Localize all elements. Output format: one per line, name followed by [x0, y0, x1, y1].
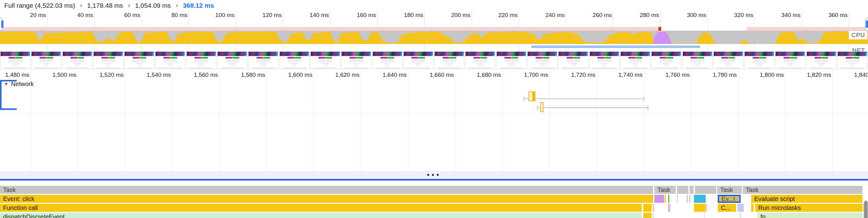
cpu-activity-chart[interactable]	[0, 31, 868, 44]
network-track-header[interactable]: ▼ Network	[4, 81, 34, 88]
evaluate-script-bar[interactable]: Evaluate script	[751, 195, 862, 203]
whisker-end-cap	[644, 96, 644, 101]
flame-segment[interactable]	[677, 195, 678, 203]
panel-splitter[interactable]: •••	[0, 171, 868, 179]
flame-segment[interactable]	[738, 204, 744, 212]
dispatch-discrete-event-bar[interactable]: dispatchDiscreteEvent	[0, 213, 642, 218]
filmstrip-thumbnail[interactable]	[403, 51, 433, 69]
flame-segment[interactable]	[653, 213, 654, 218]
function-call-bar[interactable]: Function call	[0, 204, 642, 212]
ruler-tick-label: 1,480 ms	[0, 71, 29, 79]
filmstrip-thumbnail[interactable]	[651, 51, 681, 69]
flame-segment[interactable]	[740, 213, 741, 218]
compile-bar[interactable]: C...	[718, 204, 736, 212]
filmstrip-thumbnail[interactable]	[310, 51, 340, 69]
filmstrip-thumbnail[interactable]	[683, 51, 713, 69]
filmstrip-thumbnail[interactable]	[341, 51, 371, 69]
thumbnail-footer-block	[779, 67, 802, 69]
thumbnail-text-line	[229, 63, 236, 64]
purple-event-bar[interactable]	[654, 195, 664, 203]
flame-segment[interactable]	[643, 213, 652, 218]
task-bar[interactable]: Task	[654, 186, 676, 194]
filmstrip-thumbnail[interactable]	[589, 51, 619, 69]
thumbnail-cell-green	[418, 57, 425, 58]
thumbnail-cell-magenta	[194, 57, 201, 58]
filmstrip-thumbnail[interactable]	[775, 51, 805, 69]
flame-segment[interactable]	[687, 195, 687, 203]
flame-segment[interactable]	[751, 204, 754, 212]
thumbnail-table-row	[9, 59, 22, 60]
flame-segment[interactable]	[643, 204, 652, 212]
filmstrip-thumbnail[interactable]	[806, 51, 836, 69]
filmstrip-thumbnail[interactable]	[744, 51, 774, 69]
filmstrip-thumbnail[interactable]	[279, 51, 309, 69]
task-bar[interactable]: Task	[743, 186, 862, 194]
flame-segment[interactable]	[690, 195, 690, 203]
filmstrip-thumbnail[interactable]	[93, 51, 123, 69]
cyan-event-bar[interactable]	[694, 195, 706, 203]
flame-segment[interactable]	[704, 213, 705, 218]
filmstrip-thumbnail[interactable]	[713, 51, 743, 69]
breadcrumb-item[interactable]: Full range (4,522.03 ms)	[4, 2, 75, 9]
task-bar[interactable]	[677, 186, 688, 194]
thumbnail-table-row	[784, 61, 797, 62]
filmstrip-thumbnail[interactable]	[217, 51, 247, 69]
breadcrumb-item[interactable]: 1,054.09 ms	[135, 2, 171, 9]
thumbnail-cell-magenta	[70, 57, 77, 58]
thumbnail-text-line	[601, 63, 608, 64]
filmstrip-thumbnail[interactable]	[465, 51, 495, 69]
ruler-tick-label: 140 ms	[283, 11, 329, 19]
filmstrip-thumbnail[interactable]	[248, 51, 278, 69]
scrollbar[interactable]	[864, 186, 868, 218]
ruler-tick-label: 1,580 ms	[219, 71, 265, 79]
filmstrip-thumbnail[interactable]	[434, 51, 464, 69]
thumbnail-cell-green	[480, 57, 487, 58]
flame-segment[interactable]	[653, 204, 654, 212]
thumbnail-cell-green	[512, 57, 518, 58]
task-bar[interactable]	[690, 186, 694, 194]
filmstrip-thumbnail[interactable]	[155, 51, 185, 69]
thumbnail-text-line	[416, 65, 421, 66]
filmstrip-thumbnail[interactable]	[837, 51, 867, 69]
thumbnail-hero-image	[559, 52, 588, 56]
filmstrip-thumbnail[interactable]	[620, 51, 650, 69]
filmstrip-thumbnail[interactable]	[62, 51, 92, 69]
run-microtasks-bar[interactable]: Run microtasks	[755, 204, 862, 212]
filmstrip-thumbnail[interactable]	[31, 51, 61, 69]
range-handle-right[interactable]	[865, 17, 868, 31]
filmstrip-thumbnail[interactable]	[0, 51, 30, 69]
filmstrip-thumbnail[interactable]	[496, 51, 526, 69]
fn-bar[interactable]: fn	[757, 213, 862, 218]
thumbnail-table	[226, 57, 239, 62]
filmstrip-thumbnail[interactable]	[558, 51, 588, 69]
filmstrip-thumbnail[interactable]	[372, 51, 402, 69]
flame-segment[interactable]	[670, 204, 670, 212]
thumbnail-table-row	[39, 60, 53, 61]
task-bar[interactable]	[695, 186, 716, 194]
flame-segment[interactable]	[668, 195, 669, 203]
ruler-tick-label: 1,640 ms	[361, 71, 407, 79]
filmstrip-thumbnail[interactable]	[527, 51, 557, 69]
scrollbar-thumb[interactable]	[864, 201, 868, 218]
task-bar[interactable]: Task	[0, 186, 653, 194]
flame-segment[interactable]	[706, 204, 707, 212]
flame-segment[interactable]	[664, 195, 666, 203]
thumbnail-cell-magenta	[721, 57, 728, 58]
thumbnail-table-row	[660, 60, 673, 61]
breadcrumb-item[interactable]: 368.12 ms	[183, 2, 214, 9]
thumbnail-footer-block	[252, 67, 275, 69]
breadcrumb-item[interactable]: 1,178.48 ms	[87, 2, 123, 9]
ruler-tick-label: 1,740 ms	[597, 71, 642, 79]
filmstrip-thumbnail[interactable]	[186, 51, 216, 69]
network-request-bar[interactable]	[529, 91, 535, 101]
network-request-bar[interactable]	[540, 102, 544, 112]
thumbnail-table-header	[690, 57, 704, 58]
range-handle-left[interactable]	[0, 17, 3, 31]
event-click-bar[interactable]: Event: click	[0, 195, 653, 203]
flame-segment[interactable]	[668, 204, 669, 212]
filmstrip-thumbnail[interactable]	[124, 51, 154, 69]
task-bar[interactable]: Task	[717, 186, 742, 194]
selected-event-bar[interactable]: Ev...t	[718, 195, 741, 203]
thumbnail-footer-block	[189, 67, 213, 69]
flame-segment[interactable]	[694, 204, 706, 212]
